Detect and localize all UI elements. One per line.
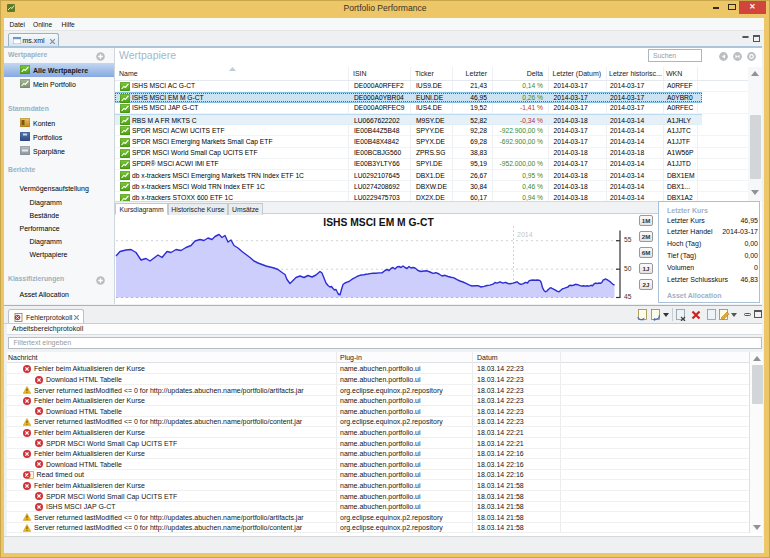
svg-text:2014: 2014 (517, 231, 533, 238)
